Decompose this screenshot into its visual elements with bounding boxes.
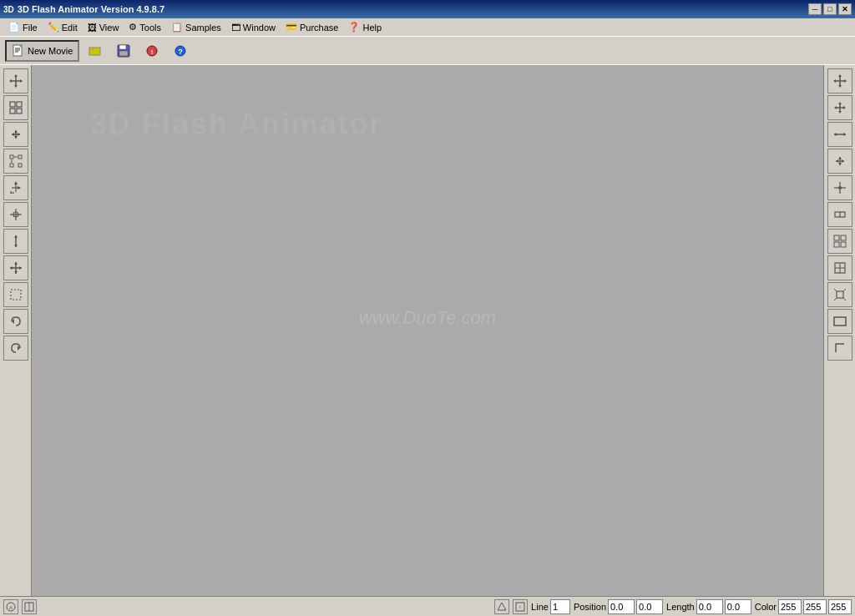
status-icon-1[interactable]: A <box>3 599 18 614</box>
svg-marker-65 <box>838 102 842 104</box>
svg-line-94 <box>843 298 846 300</box>
svg-rect-22 <box>10 109 15 114</box>
restore-button[interactable]: □ <box>823 3 837 15</box>
rt-tool-move[interactable] <box>827 95 852 120</box>
svg-marker-62 <box>844 79 847 83</box>
canvas-area[interactable]: 3D Flash Animator www.DuoTe.com 多特软件站 Du… <box>32 65 823 596</box>
svg-marker-16 <box>14 74 18 77</box>
canvas-watermark-title: 3D Flash Animator <box>90 107 383 142</box>
rt-tool-center[interactable] <box>827 122 852 147</box>
tool-align-horizontal[interactable] <box>3 255 28 280</box>
status-icon-2[interactable] <box>22 599 37 614</box>
tools-icon: ⚙ <box>129 22 137 33</box>
tool-center[interactable] <box>3 202 28 227</box>
svg-marker-77 <box>838 163 842 165</box>
color-label: Color <box>755 602 777 612</box>
svg-marker-76 <box>838 157 842 159</box>
tool-corner-arrows[interactable] <box>3 122 28 147</box>
save-icon <box>117 44 130 58</box>
main-area: 3D Flash Animator www.DuoTe.com 多特软件站 Du… <box>0 65 855 596</box>
line-field: Line <box>531 599 570 614</box>
position-y-input[interactable] <box>636 599 663 614</box>
menu-samples[interactable]: 📋 Samples <box>166 20 226 34</box>
menu-window[interactable]: 🗔 Window <box>226 21 281 34</box>
svg-text:A: A <box>9 605 13 610</box>
help-toolbar-button[interactable]: ? <box>168 40 193 62</box>
tool-redo[interactable] <box>3 336 28 361</box>
svg-marker-38 <box>14 181 18 184</box>
save-button[interactable] <box>111 40 136 62</box>
new-movie-button[interactable]: New Movie <box>5 40 79 62</box>
rt-tool-grid[interactable] <box>827 229 852 254</box>
svg-text:?: ? <box>179 48 184 56</box>
svg-marker-50 <box>19 266 22 270</box>
rt-tool-resize[interactable] <box>827 202 852 227</box>
svg-rect-85 <box>834 242 839 247</box>
view-icon: 🖼 <box>88 23 97 33</box>
svg-marker-25 <box>18 133 20 136</box>
svg-rect-21 <box>17 102 22 107</box>
svg-marker-61 <box>833 79 836 83</box>
menu-edit[interactable]: ✏️ Edit <box>43 20 83 34</box>
svg-marker-46 <box>14 235 18 238</box>
svg-line-92 <box>843 289 846 291</box>
menu-purchase[interactable]: 💳 Purchase <box>281 20 343 34</box>
svg-marker-71 <box>843 133 846 136</box>
title-bar-controls: ─ □ ✕ <box>808 3 852 15</box>
color-b-input[interactable] <box>828 599 852 614</box>
window-icon: 🗔 <box>231 23 240 33</box>
color-g-input[interactable] <box>803 599 827 614</box>
menu-file[interactable]: 📄 File <box>3 20 43 34</box>
svg-rect-32 <box>10 164 13 167</box>
svg-marker-17 <box>14 85 18 88</box>
app-title: 3D Flash Animator Version 4.9.8.7 <box>18 4 164 14</box>
rt-tool-corner2[interactable] <box>827 336 852 361</box>
purchase-icon: 💳 <box>286 22 297 33</box>
minimize-button[interactable]: ─ <box>808 3 822 15</box>
import-icon: ! <box>145 44 159 58</box>
svg-point-80 <box>838 186 842 189</box>
status-icon-4[interactable]: i <box>513 599 528 614</box>
svg-marker-70 <box>834 133 837 136</box>
rt-tool-cross[interactable] <box>827 175 852 200</box>
close-button[interactable]: ✕ <box>838 3 852 15</box>
position-x-input[interactable] <box>608 599 635 614</box>
length-x-input[interactable] <box>696 599 723 614</box>
tool-move-all[interactable] <box>3 68 28 93</box>
svg-marker-26 <box>12 133 14 136</box>
svg-marker-28 <box>14 130 18 133</box>
rt-tool-corner[interactable] <box>827 149 852 174</box>
menu-bar: 📄 File ✏️ Edit 🖼 View ⚙ Tools 📋 Samples … <box>0 18 855 37</box>
tool-distribute[interactable] <box>3 149 28 174</box>
color-r-input[interactable] <box>778 599 802 614</box>
length-field: Length <box>666 599 751 614</box>
tool-align-vertical[interactable] <box>3 229 28 254</box>
svg-marker-53 <box>14 271 18 274</box>
svg-marker-39 <box>18 186 21 189</box>
left-toolbar <box>0 65 32 596</box>
open-button[interactable] <box>83 40 108 62</box>
length-y-input[interactable] <box>725 599 751 614</box>
tool-rect-select[interactable] <box>3 282 28 307</box>
tool-rotate[interactable] <box>3 175 28 200</box>
import-button[interactable]: ! <box>139 40 164 62</box>
tool-select-grid[interactable] <box>3 95 28 120</box>
svg-marker-47 <box>14 245 18 247</box>
menu-tools[interactable]: ⚙ Tools <box>124 20 166 34</box>
menu-help[interactable]: ❓ Help <box>343 20 387 34</box>
rt-tool-move-all[interactable] <box>827 68 852 93</box>
tool-undo[interactable] <box>3 309 28 334</box>
svg-rect-90 <box>837 291 843 298</box>
menu-view[interactable]: 🖼 View <box>83 21 124 34</box>
status-icon-3[interactable] <box>494 599 509 614</box>
rt-tool-rect[interactable] <box>827 309 852 334</box>
svg-rect-9 <box>119 51 128 56</box>
position-field: Position <box>574 599 663 614</box>
rt-tool-shrink[interactable] <box>827 282 852 307</box>
canvas-watermark-bottom: 多特软件站 DuoTe.com 国内速安全的软件站 <box>748 542 815 583</box>
svg-rect-84 <box>841 235 846 240</box>
svg-rect-95 <box>834 317 846 326</box>
line-input[interactable] <box>550 599 570 614</box>
rt-tool-expand[interactable] <box>827 255 852 280</box>
svg-rect-31 <box>18 155 22 159</box>
